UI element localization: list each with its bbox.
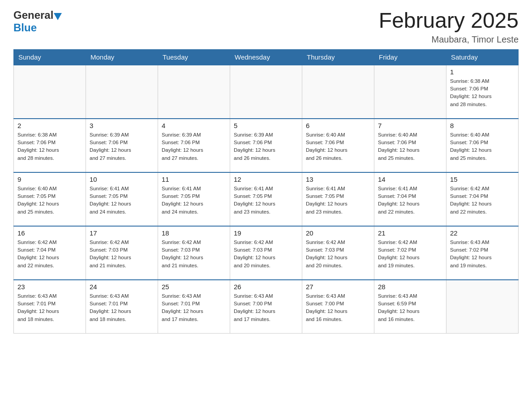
day-number: 9 bbox=[17, 176, 82, 183]
day-info: Sunrise: 6:41 AM Sunset: 7:05 PM Dayligh… bbox=[234, 185, 298, 216]
calendar-cell: 18Sunrise: 6:42 AM Sunset: 7:03 PM Dayli… bbox=[158, 226, 230, 280]
calendar-cell: 19Sunrise: 6:42 AM Sunset: 7:03 PM Dayli… bbox=[230, 226, 302, 280]
day-info: Sunrise: 6:42 AM Sunset: 7:03 PM Dayligh… bbox=[162, 239, 226, 270]
day-info: Sunrise: 6:40 AM Sunset: 7:05 PM Dayligh… bbox=[17, 185, 82, 216]
weekday-header-sunday: Sunday bbox=[14, 49, 86, 65]
day-info: Sunrise: 6:43 AM Sunset: 7:01 PM Dayligh… bbox=[162, 292, 226, 323]
day-number: 18 bbox=[162, 229, 226, 237]
day-number: 23 bbox=[17, 283, 82, 291]
week-row-2: 2Sunrise: 6:38 AM Sunset: 7:06 PM Daylig… bbox=[14, 119, 519, 172]
day-number: 24 bbox=[90, 283, 154, 291]
calendar-cell: 27Sunrise: 6:43 AM Sunset: 7:00 PM Dayli… bbox=[302, 280, 374, 334]
day-number: 12 bbox=[234, 176, 298, 183]
week-row-5: 23Sunrise: 6:43 AM Sunset: 7:01 PM Dayli… bbox=[14, 280, 519, 334]
calendar-cell: 11Sunrise: 6:41 AM Sunset: 7:05 PM Dayli… bbox=[158, 172, 230, 226]
day-number: 17 bbox=[90, 229, 154, 237]
calendar-cell: 21Sunrise: 6:42 AM Sunset: 7:02 PM Dayli… bbox=[374, 226, 446, 280]
calendar-cell bbox=[158, 65, 230, 119]
week-row-3: 9Sunrise: 6:40 AM Sunset: 7:05 PM Daylig… bbox=[14, 172, 519, 226]
day-number: 15 bbox=[450, 176, 515, 183]
day-number: 27 bbox=[306, 283, 370, 291]
calendar-cell: 5Sunrise: 6:39 AM Sunset: 7:06 PM Daylig… bbox=[230, 119, 302, 172]
day-number: 7 bbox=[378, 122, 442, 129]
day-info: Sunrise: 6:42 AM Sunset: 7:04 PM Dayligh… bbox=[450, 185, 515, 216]
day-info: Sunrise: 6:42 AM Sunset: 7:03 PM Dayligh… bbox=[234, 239, 298, 270]
day-info: Sunrise: 6:41 AM Sunset: 7:05 PM Dayligh… bbox=[306, 185, 370, 216]
day-info: Sunrise: 6:38 AM Sunset: 7:06 PM Dayligh… bbox=[450, 77, 515, 108]
day-number: 4 bbox=[162, 122, 226, 129]
day-info: Sunrise: 6:42 AM Sunset: 7:03 PM Dayligh… bbox=[90, 239, 154, 270]
day-number: 10 bbox=[90, 176, 154, 183]
calendar-cell: 16Sunrise: 6:42 AM Sunset: 7:04 PM Dayli… bbox=[14, 226, 86, 280]
weekday-header-wednesday: Wednesday bbox=[230, 49, 302, 65]
day-number: 28 bbox=[378, 283, 442, 291]
weekday-header-thursday: Thursday bbox=[302, 49, 374, 65]
calendar-cell: 14Sunrise: 6:41 AM Sunset: 7:04 PM Dayli… bbox=[374, 172, 446, 226]
calendar-cell: 20Sunrise: 6:42 AM Sunset: 7:03 PM Dayli… bbox=[302, 226, 374, 280]
location-text: Maubara, Timor Leste bbox=[379, 34, 519, 45]
calendar-cell bbox=[446, 280, 519, 334]
day-info: Sunrise: 6:43 AM Sunset: 7:01 PM Dayligh… bbox=[17, 292, 82, 323]
calendar-cell bbox=[230, 65, 302, 119]
day-info: Sunrise: 6:42 AM Sunset: 7:04 PM Dayligh… bbox=[17, 239, 82, 270]
day-info: Sunrise: 6:43 AM Sunset: 7:00 PM Dayligh… bbox=[306, 292, 370, 323]
calendar-cell: 4Sunrise: 6:39 AM Sunset: 7:06 PM Daylig… bbox=[158, 119, 230, 172]
calendar-cell: 8Sunrise: 6:40 AM Sunset: 7:06 PM Daylig… bbox=[446, 119, 519, 172]
logo: General Blue bbox=[13, 9, 62, 34]
calendar-cell: 2Sunrise: 6:38 AM Sunset: 7:06 PM Daylig… bbox=[14, 119, 86, 172]
day-info: Sunrise: 6:40 AM Sunset: 7:06 PM Dayligh… bbox=[450, 131, 515, 162]
calendar-cell: 6Sunrise: 6:40 AM Sunset: 7:06 PM Daylig… bbox=[302, 119, 374, 172]
day-info: Sunrise: 6:41 AM Sunset: 7:05 PM Dayligh… bbox=[162, 185, 226, 216]
calendar-cell: 28Sunrise: 6:43 AM Sunset: 6:59 PM Dayli… bbox=[374, 280, 446, 334]
day-number: 19 bbox=[234, 229, 298, 237]
calendar-table: SundayMondayTuesdayWednesdayThursdayFrid… bbox=[13, 49, 519, 334]
page-header: General Blue February 2025 Maubara, Timo… bbox=[13, 9, 519, 45]
calendar-cell: 13Sunrise: 6:41 AM Sunset: 7:05 PM Dayli… bbox=[302, 172, 374, 226]
day-info: Sunrise: 6:38 AM Sunset: 7:06 PM Dayligh… bbox=[17, 131, 82, 162]
calendar-cell: 17Sunrise: 6:42 AM Sunset: 7:03 PM Dayli… bbox=[86, 226, 158, 280]
day-number: 3 bbox=[90, 122, 154, 129]
calendar-cell: 3Sunrise: 6:39 AM Sunset: 7:06 PM Daylig… bbox=[86, 119, 158, 172]
day-number: 8 bbox=[450, 122, 515, 129]
day-number: 16 bbox=[17, 229, 82, 237]
calendar-cell bbox=[14, 65, 86, 119]
weekday-header-row: SundayMondayTuesdayWednesdayThursdayFrid… bbox=[14, 49, 519, 65]
calendar-cell: 1Sunrise: 6:38 AM Sunset: 7:06 PM Daylig… bbox=[446, 65, 519, 119]
day-info: Sunrise: 6:43 AM Sunset: 7:00 PM Dayligh… bbox=[234, 292, 298, 323]
day-number: 1 bbox=[450, 68, 515, 76]
week-row-4: 16Sunrise: 6:42 AM Sunset: 7:04 PM Dayli… bbox=[14, 226, 519, 280]
calendar-cell: 7Sunrise: 6:40 AM Sunset: 7:06 PM Daylig… bbox=[374, 119, 446, 172]
day-info: Sunrise: 6:39 AM Sunset: 7:06 PM Dayligh… bbox=[90, 131, 154, 162]
day-number: 21 bbox=[378, 229, 442, 237]
logo-triangle-icon bbox=[54, 13, 62, 20]
calendar-cell: 23Sunrise: 6:43 AM Sunset: 7:01 PM Dayli… bbox=[14, 280, 86, 334]
calendar-cell: 26Sunrise: 6:43 AM Sunset: 7:00 PM Dayli… bbox=[230, 280, 302, 334]
title-section: February 2025 Maubara, Timor Leste bbox=[379, 9, 519, 45]
day-number: 14 bbox=[378, 176, 442, 183]
day-info: Sunrise: 6:42 AM Sunset: 7:02 PM Dayligh… bbox=[378, 239, 442, 270]
day-info: Sunrise: 6:39 AM Sunset: 7:06 PM Dayligh… bbox=[234, 131, 298, 162]
day-info: Sunrise: 6:41 AM Sunset: 7:04 PM Dayligh… bbox=[378, 185, 442, 216]
day-number: 11 bbox=[162, 176, 226, 183]
calendar-cell bbox=[374, 65, 446, 119]
day-number: 26 bbox=[234, 283, 298, 291]
week-row-1: 1Sunrise: 6:38 AM Sunset: 7:06 PM Daylig… bbox=[14, 65, 519, 119]
calendar-cell bbox=[86, 65, 158, 119]
day-number: 20 bbox=[306, 229, 370, 237]
day-number: 2 bbox=[17, 122, 82, 129]
day-info: Sunrise: 6:39 AM Sunset: 7:06 PM Dayligh… bbox=[162, 131, 226, 162]
day-number: 22 bbox=[450, 229, 515, 237]
day-number: 13 bbox=[306, 176, 370, 183]
weekday-header-saturday: Saturday bbox=[446, 49, 519, 65]
weekday-header-monday: Monday bbox=[86, 49, 158, 65]
day-number: 25 bbox=[162, 283, 226, 291]
day-number: 5 bbox=[234, 122, 298, 129]
calendar-cell: 10Sunrise: 6:41 AM Sunset: 7:05 PM Dayli… bbox=[86, 172, 158, 226]
calendar-cell: 12Sunrise: 6:41 AM Sunset: 7:05 PM Dayli… bbox=[230, 172, 302, 226]
day-info: Sunrise: 6:43 AM Sunset: 7:02 PM Dayligh… bbox=[450, 239, 515, 270]
calendar-cell: 25Sunrise: 6:43 AM Sunset: 7:01 PM Dayli… bbox=[158, 280, 230, 334]
day-info: Sunrise: 6:41 AM Sunset: 7:05 PM Dayligh… bbox=[90, 185, 154, 216]
calendar-cell: 9Sunrise: 6:40 AM Sunset: 7:05 PM Daylig… bbox=[14, 172, 86, 226]
day-info: Sunrise: 6:40 AM Sunset: 7:06 PM Dayligh… bbox=[378, 131, 442, 162]
weekday-header-tuesday: Tuesday bbox=[158, 49, 230, 65]
